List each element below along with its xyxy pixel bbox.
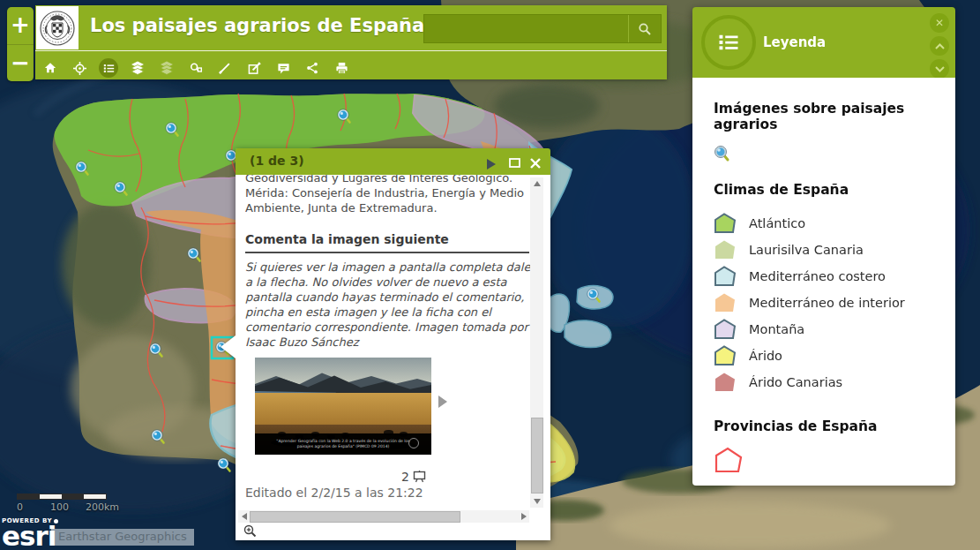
horizontal-scroll-thumb[interactable] [250,511,460,523]
media-count-value: 2 [401,470,409,484]
esri-wordmark: esri [2,524,58,547]
legend-clima-list: AtlánticoLaurisilva CanariaMediterráneo … [714,210,955,396]
legend-section-provincias: Provincias de España [714,418,955,434]
legend-item: Mediterráneo de interior [714,290,955,316]
popup-close-button[interactable] [530,155,541,172]
print-button[interactable] [332,58,351,78]
popup-instructions: Si quieres ver la imagen a pantalla comp… [245,260,531,350]
media-screen-icon [413,471,426,483]
legend-item-label: Laurisilva Canaria [749,243,864,257]
legend-swatch [714,213,737,234]
app: + − Los paisajes agrarios de España [0,0,980,550]
legend-swatch [714,266,737,287]
locate-button[interactable] [70,58,89,78]
search-icon [638,22,652,36]
popup-next-feature-button[interactable] [486,156,496,173]
legend-swatch [714,319,737,340]
legend-button[interactable] [99,58,118,78]
search-input[interactable] [424,15,628,42]
scale-label-100: 100 [50,501,69,513]
layers-button[interactable] [128,58,147,78]
zoom-out-button[interactable]: − [7,45,34,82]
map-attribution: Earthstar Geographics [51,529,194,546]
horizontal-scrollbar[interactable] [238,510,529,523]
search-box [423,14,662,43]
legend-close-button[interactable]: ✕ [930,13,949,33]
comment-button[interactable] [273,58,293,78]
scroll-down-arrow[interactable] [530,495,543,508]
photo-caption: "Aprender Geografía con la Web 2.0 a tra… [255,433,431,455]
legend-collapse-button[interactable] [930,36,949,56]
scroll-right-arrow[interactable] [518,510,529,523]
legend-item: Árido Canarias [714,369,955,396]
scale-bar: 0 100 200km [17,493,140,512]
esri-logo: POWERED BY esri [2,517,58,547]
next-image-arrow[interactable] [438,396,447,408]
app-title: Los paisajes agrarios de España [90,15,424,36]
scroll-up-arrow[interactable] [530,177,543,190]
legend-header: Leyenda ✕ [692,7,955,78]
popup-body: Geodiversidad y Lugares de Interés Geoló… [236,175,550,540]
image-marker-legend-icon [714,145,955,166]
map-toolbar [41,55,351,81]
popup-paragraph: Geodiversidad y Lugares de Interés Geoló… [245,175,529,222]
basemap-button[interactable] [157,58,176,78]
legend-title: Leyenda [763,34,826,50]
legend-item: Montaña [714,316,955,343]
legend-item-label: Mediterráneo costero [749,269,886,283]
edit-button[interactable] [244,58,264,78]
popup-maximize-button[interactable] [509,155,520,172]
attachment-photo[interactable]: "Aprender Geografía con la Web 2.0 a tra… [255,358,431,455]
app-header: Los paisajes agrarios de España [35,5,667,79]
legend-swatch [714,372,737,393]
legend-item: Laurisilva Canaria [714,237,955,263]
ucm-crest-logo [36,6,79,49]
legend-section-images: Imágenes sobre paisajes agrarios [714,101,955,132]
home-button[interactable] [41,58,60,78]
media-count: 2 [401,470,426,484]
header-divider [35,50,667,51]
zoom-in-button[interactable]: + [7,7,34,45]
popup-section-heading: Comenta la imagen siguiente [245,232,529,253]
legend-item: Mediterráneo costero [714,263,955,290]
vertical-scroll-thumb[interactable] [531,418,543,493]
edited-timestamp: Editado el 2/2/15 a las 21:22 [245,486,423,500]
legend-item: Atlántico [714,210,955,237]
legend-item-label: Atlántico [749,216,805,230]
legend-swatch [714,292,737,313]
legend-circle-icon [701,15,756,70]
map-zoom-control: + − [7,7,34,81]
legend-swatch [714,239,737,260]
bookmarks-button[interactable] [186,58,206,78]
legend-item: Árido [714,343,955,369]
legend-body: Imágenes sobre paisajes agrarios Climas … [692,78,955,486]
legend-item-label: Mediterráneo de interior [749,296,905,310]
legend-expand-button[interactable] [930,59,949,79]
vertical-scrollbar[interactable] [530,177,543,508]
legend-item-label: Árido [749,349,782,363]
zoom-to-feature-icon[interactable] [243,524,258,540]
search-button[interactable] [628,15,661,42]
legend-item-label: Árido Canarias [749,375,842,389]
feature-popup: (1 de 3) Geodiversidad y Lugares de Inte… [236,148,550,540]
popup-title: (1 de 3) [250,154,304,168]
popup-callout-arrow [221,335,236,358]
legend-list-icon [718,32,739,53]
scroll-left-arrow[interactable] [238,510,250,523]
photo-caption-logo [408,438,419,448]
legend-panel: Leyenda ✕ Imágenes sobre paisajes agrari… [692,7,955,486]
legend-section-climas: Climas de España [714,182,955,198]
measure-button[interactable] [215,58,235,78]
share-button[interactable] [303,58,322,78]
provincias-swatch [714,447,955,477]
legend-swatch [714,345,737,366]
scale-label-0: 0 [17,501,23,513]
popup-header[interactable]: (1 de 3) [236,148,550,175]
scale-label-200: 200km [86,501,119,513]
legend-item-label: Montaña [749,322,804,336]
